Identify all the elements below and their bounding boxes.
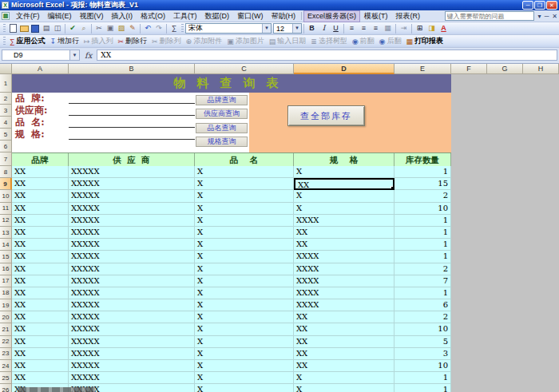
cell-qty-r10[interactable]: 2 [394, 190, 451, 202]
workbook-window-button[interactable]: ─ [543, 13, 551, 20]
cell-spec-r11[interactable]: X [294, 203, 394, 215]
toolbar-button-insert-column[interactable]: ↦插入列 [84, 36, 113, 46]
fx-icon[interactable]: fx [85, 51, 92, 60]
column-header-E[interactable]: E [394, 64, 451, 74]
row-header-23[interactable]: 23 [0, 348, 12, 360]
copy-icon[interactable]: ▣ [105, 23, 116, 34]
cell-qty-r19[interactable]: 6 [394, 299, 451, 311]
cell-spec-r12[interactable]: XXXX [294, 215, 394, 227]
cell-supplier-r8[interactable]: XXXXX [69, 166, 195, 178]
menu-item[interactable]: 视图(V) [76, 10, 108, 22]
merge-center-icon[interactable]: ▦ [382, 23, 394, 34]
indent-icon[interactable]: ⇥ [398, 23, 410, 34]
cell-spec-r13[interactable]: XX [294, 227, 394, 239]
menu-item[interactable]: 文件(F) [12, 10, 44, 22]
column-header-G[interactable]: G [487, 64, 523, 74]
row-header-1[interactable]: 1 [0, 74, 12, 93]
menu-item[interactable]: 帮助(H) [268, 10, 300, 22]
cell-name-r12[interactable]: X [195, 215, 294, 227]
row-header-26[interactable]: 26 [0, 384, 12, 392]
bold-icon[interactable]: B [306, 23, 318, 34]
close-button[interactable]: ✕ [546, 1, 557, 10]
cell-qty-r20[interactable]: 2 [394, 311, 451, 323]
column-header-F[interactable]: F [451, 64, 487, 74]
cell-supplier-r15[interactable]: XXXXX [69, 251, 195, 263]
menu-item[interactable]: 数据(D) [201, 10, 234, 22]
help-search-input[interactable] [445, 11, 534, 21]
cell-supplier-r24[interactable]: XXXXX [69, 360, 195, 372]
cell-qty-r9[interactable]: 15 [394, 178, 451, 190]
cell-qty-r22[interactable]: 5 [394, 336, 451, 348]
menu-item[interactable]: 编辑(E) [44, 10, 76, 22]
row-header-15[interactable]: 15 [0, 251, 12, 263]
cell-spec-r17[interactable]: XXXX [294, 275, 394, 287]
cell-spec-r22[interactable]: XX [294, 336, 394, 348]
minimize-button[interactable]: ─ [522, 1, 533, 10]
column-header-B[interactable]: B [69, 64, 195, 74]
cell-supplier-r16[interactable]: XXXXX [69, 263, 195, 275]
cell-spec-r10[interactable]: X [294, 190, 394, 202]
redo-icon[interactable]: ↷ [153, 23, 165, 34]
cell-brand-r18[interactable]: XX [12, 287, 69, 299]
cell-brand-r13[interactable]: XX [12, 227, 69, 239]
fill-color-icon[interactable]: ◨ [426, 23, 438, 34]
row-header-16[interactable]: 16 [0, 263, 12, 275]
cell-spec-r14[interactable]: XX [294, 239, 394, 251]
query-button-1[interactable]: 品牌查询 [196, 95, 248, 105]
cell-brand-r12[interactable]: XX [12, 215, 69, 227]
cell-name-r22[interactable]: X [195, 336, 294, 348]
row-header-14[interactable]: 14 [0, 239, 12, 251]
column-header-H[interactable]: H [523, 64, 559, 74]
cell-brand-r17[interactable]: XX [12, 275, 69, 287]
cell-qty-r26[interactable]: 1 [394, 384, 451, 392]
toolbar-button-page-back[interactable]: ◉前翻 [352, 36, 375, 46]
new-icon[interactable] [7, 23, 18, 34]
font-name-combo[interactable]: 宋体 ▼ [185, 23, 272, 34]
font-color-icon[interactable]: A [438, 23, 450, 34]
toolbar-button-page-forward[interactable]: ◉后翻 [379, 36, 402, 46]
cell-supplier-r17[interactable]: XXXXX [69, 275, 195, 287]
menu-item[interactable]: 工具(T) [169, 10, 201, 22]
spelling-icon[interactable]: ✔ [67, 23, 78, 34]
cell-brand-r14[interactable]: XX [12, 239, 69, 251]
row-header-18[interactable]: 18 [0, 287, 12, 299]
row-header-17[interactable]: 17 [0, 275, 12, 287]
cell-name-r10[interactable]: X [195, 190, 294, 202]
menu-item[interactable]: Excel服务器(S) [303, 10, 360, 22]
chevron-down-icon[interactable]: ▼ [292, 24, 301, 33]
cut-icon[interactable]: ✂ [93, 23, 105, 34]
cell-name-r20[interactable]: X [195, 311, 294, 323]
toolbar-button-add-picture[interactable]: ▣添加图片 [227, 36, 264, 46]
row-header-20[interactable]: 20 [0, 311, 12, 323]
toolbar-button-print-report[interactable]: ▦打印报表 [406, 36, 443, 46]
cell-name-r16[interactable]: X [195, 263, 294, 275]
cell-name-r17[interactable]: X [195, 275, 294, 287]
row-header-21[interactable]: 21 [0, 323, 12, 335]
row-header-7[interactable]: 7 [0, 152, 12, 166]
toolbar-button-apply-formula[interactable]: ∑应用公式 [10, 36, 45, 46]
cell-brand-r9[interactable]: XX [12, 178, 69, 190]
cell-qty-r24[interactable]: 10 [394, 360, 451, 372]
cell-name-r23[interactable]: X [195, 348, 294, 360]
align-right-icon[interactable]: ≡ [370, 23, 382, 34]
cell-qty-r18[interactable]: 1 [394, 287, 451, 299]
cell-qty-r23[interactable]: 3 [394, 348, 451, 360]
cell-brand-r22[interactable]: XX [12, 336, 69, 348]
query-button-3[interactable]: 品名查询 [196, 123, 248, 133]
menu-item[interactable]: 格式(O) [137, 10, 169, 22]
cell-name-r26[interactable]: X [195, 384, 294, 392]
row-header-22[interactable]: 22 [0, 336, 12, 348]
form-input-line[interactable] [69, 139, 195, 140]
toolbar-button-add-row[interactable]: ↧增加行 [50, 36, 79, 46]
toolbar-grip[interactable] [181, 24, 184, 34]
chevron-down-icon[interactable]: ▼ [262, 24, 271, 33]
query-all-stock-button[interactable]: 查全部库存 [287, 105, 365, 126]
sheet-tabs-clipped[interactable] [18, 387, 95, 392]
cell-name-r13[interactable]: X [195, 227, 294, 239]
toolbar-button-select-tree[interactable]: ≣选择树型 [311, 36, 347, 46]
cell-supplier-r12[interactable]: XXXXX [69, 215, 195, 227]
cell-spec-r20[interactable]: XX [294, 311, 394, 323]
cell-spec-r24[interactable]: XX [294, 360, 394, 372]
row-header-9[interactable]: 9 [0, 178, 12, 190]
row-header-3[interactable]: 3 [0, 105, 12, 117]
